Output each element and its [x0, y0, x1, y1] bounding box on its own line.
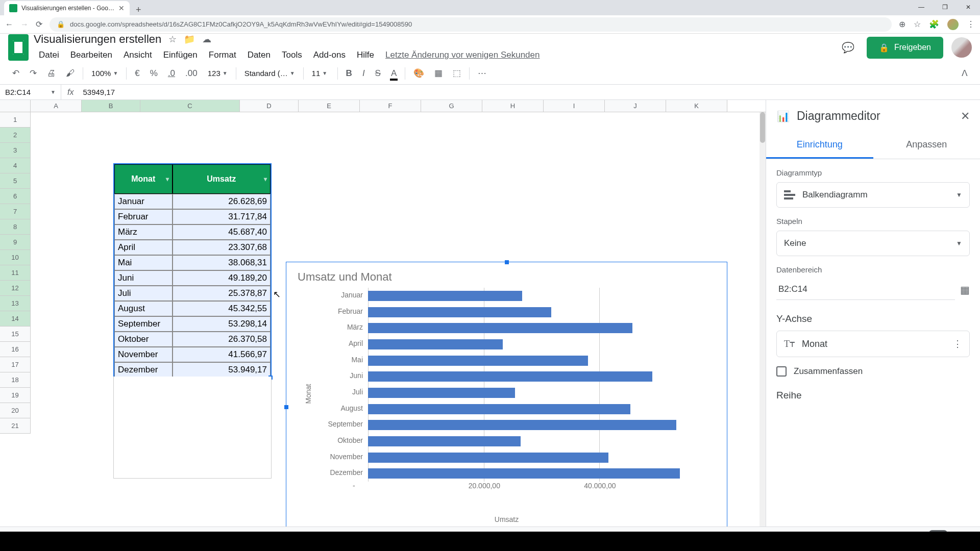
- percent-button[interactable]: %: [146, 65, 162, 82]
- new-tab-button[interactable]: +: [130, 5, 148, 15]
- cell-monat[interactable]: April: [114, 240, 173, 255]
- cell-umsatz[interactable]: 53.949,17: [173, 362, 271, 378]
- data-range-input[interactable]: [776, 279, 955, 300]
- cell-monat[interactable]: Juli: [114, 286, 173, 301]
- collapse-toolbar-button[interactable]: ᐱ: [958, 65, 972, 82]
- borders-button[interactable]: ▦: [430, 65, 447, 82]
- close-tab-icon[interactable]: ✕: [118, 4, 125, 12]
- col-header[interactable]: D: [240, 100, 299, 112]
- chart-type-select[interactable]: Balkendiagramm ▼: [776, 182, 970, 208]
- cell-umsatz[interactable]: 25.378,87: [173, 286, 271, 301]
- col-header[interactable]: I: [544, 100, 605, 112]
- strike-button[interactable]: S: [371, 65, 385, 82]
- browser-tab[interactable]: Visualisierungen erstellen - Goo… ✕: [4, 1, 130, 15]
- menu-daten[interactable]: Daten: [242, 48, 276, 62]
- menu-tools[interactable]: Tools: [277, 48, 307, 62]
- increase-decimal-button[interactable]: .00: [181, 65, 202, 82]
- table-row[interactable]: Mai38.068,31: [114, 255, 271, 270]
- table-row[interactable]: April23.307,68: [114, 240, 271, 255]
- select-all-corner[interactable]: [0, 100, 31, 112]
- profile-avatar-small[interactable]: [947, 19, 959, 30]
- row-header[interactable]: 10: [0, 250, 31, 265]
- cell-monat[interactable]: August: [114, 301, 173, 316]
- resize-handle[interactable]: [284, 405, 288, 409]
- print-button[interactable]: 🖨: [43, 65, 60, 82]
- select-range-button[interactable]: ▦: [960, 284, 970, 296]
- chart-bar[interactable]: [368, 356, 588, 366]
- table-row[interactable]: Juni49.189,20: [114, 270, 271, 286]
- cell-umsatz[interactable]: 26.370,58: [173, 332, 271, 347]
- stacking-select[interactable]: Keine ▼: [776, 231, 970, 256]
- cell-monat[interactable]: März: [114, 224, 173, 240]
- url-field[interactable]: 🔒 docs.google.com/spreadsheets/d/16sZAG8…: [50, 17, 892, 32]
- currency-button[interactable]: €: [131, 65, 143, 82]
- zoom-icon[interactable]: ⊕: [899, 19, 905, 29]
- row-header[interactable]: 21: [0, 418, 31, 434]
- cell-umsatz[interactable]: 49.189,20: [173, 270, 271, 286]
- chart-bar[interactable]: [368, 436, 521, 446]
- chart-bar[interactable]: [368, 404, 630, 414]
- row-header[interactable]: 3: [0, 143, 31, 158]
- row-header[interactable]: 9: [0, 235, 31, 250]
- col-header[interactable]: A: [31, 100, 82, 112]
- move-icon[interactable]: 📁: [184, 34, 195, 45]
- row-header[interactable]: 12: [0, 281, 31, 296]
- table-header-umsatz[interactable]: Umsatz ▾: [173, 164, 271, 194]
- cell-monat[interactable]: Dezember: [114, 362, 173, 378]
- row-header[interactable]: 13: [0, 296, 31, 311]
- cell-umsatz[interactable]: 31.717,84: [173, 209, 271, 224]
- table-row[interactable]: September53.298,14: [114, 316, 271, 332]
- row-header[interactable]: 18: [0, 372, 31, 388]
- reload-button[interactable]: ⟳: [36, 19, 42, 29]
- paint-format-button[interactable]: 🖌: [62, 65, 79, 82]
- col-header[interactable]: E: [299, 100, 360, 112]
- row-header[interactable]: 4: [0, 158, 31, 173]
- cloud-icon[interactable]: ☁: [202, 34, 211, 45]
- name-box[interactable]: B2:C14▼: [0, 85, 61, 99]
- window-close[interactable]: ✕: [957, 0, 980, 14]
- cell-umsatz[interactable]: 53.298,14: [173, 316, 271, 332]
- row-header[interactable]: 16: [0, 342, 31, 357]
- decrease-decimal-button[interactable]: .0: [164, 65, 179, 82]
- col-header[interactable]: H: [482, 100, 544, 112]
- undo-button[interactable]: ↶: [8, 65, 23, 82]
- font-size-select[interactable]: 11▼: [308, 67, 333, 80]
- table-row[interactable]: März45.687,40: [114, 224, 271, 240]
- last-edit-text[interactable]: Letzte Änderung vor wenigen Sekunden: [380, 48, 545, 62]
- cell-monat[interactable]: Februar: [114, 209, 173, 224]
- back-button[interactable]: ←: [5, 20, 13, 29]
- chart-bar[interactable]: [368, 371, 652, 382]
- aggregate-checkbox[interactable]: Zusammenfassen: [776, 366, 970, 377]
- cell-umsatz[interactable]: 45.342,55: [173, 301, 271, 316]
- cell-umsatz[interactable]: 45.687,40: [173, 224, 271, 240]
- tab-setup[interactable]: Einrichtung: [766, 132, 873, 159]
- formula-input[interactable]: 53949,17: [80, 88, 980, 96]
- row-header[interactable]: 17: [0, 357, 31, 372]
- row-header[interactable]: 8: [0, 219, 31, 235]
- row-header[interactable]: 20: [0, 403, 31, 418]
- cell-monat[interactable]: September: [114, 316, 173, 332]
- close-panel-button[interactable]: ✕: [961, 110, 970, 123]
- menu-ansicht[interactable]: Ansicht: [118, 48, 157, 62]
- text-color-button[interactable]: A: [387, 65, 401, 82]
- row-header[interactable]: 11: [0, 265, 31, 281]
- table-row[interactable]: Oktober26.370,58: [114, 332, 271, 347]
- merge-button[interactable]: ⬚: [449, 65, 465, 82]
- row-header[interactable]: 6: [0, 189, 31, 204]
- chart-bar[interactable]: [368, 420, 676, 430]
- cell-monat[interactable]: Mai: [114, 255, 173, 270]
- sheets-logo[interactable]: [8, 34, 29, 61]
- chrome-menu-icon[interactable]: ⋮: [967, 19, 975, 29]
- comments-button[interactable]: 💬: [838, 37, 859, 58]
- menu-bearbeiten[interactable]: Bearbeiten: [65, 48, 117, 62]
- menu-einfuegen[interactable]: Einfügen: [158, 48, 203, 62]
- star-icon[interactable]: ☆: [914, 19, 921, 29]
- cell-umsatz[interactable]: 23.307,68: [173, 240, 271, 255]
- table-row[interactable]: Februar31.717,84: [114, 209, 271, 224]
- table-row[interactable]: November41.566,97: [114, 347, 271, 362]
- empty-cells[interactable]: [113, 377, 272, 479]
- cell-monat[interactable]: Juni: [114, 270, 173, 286]
- row-header[interactable]: 5: [0, 173, 31, 189]
- font-select[interactable]: Standard (…▼: [240, 67, 299, 80]
- chart-bar[interactable]: [368, 307, 551, 317]
